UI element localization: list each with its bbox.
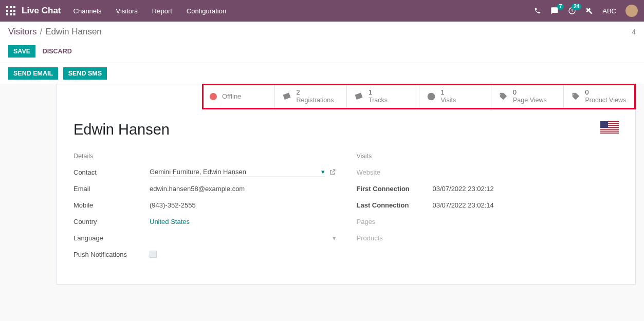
svg-rect-0: [6, 6, 8, 8]
navbar: Live Chat Channels Visitors Report Confi…: [0, 0, 644, 22]
first-connection-label: First Connection: [357, 185, 433, 193]
svg-rect-1: [10, 6, 12, 8]
secondary-actions: Send Email Send SMS: [0, 63, 644, 84]
phone-icon[interactable]: [534, 7, 541, 14]
tag-icon: [499, 92, 508, 101]
contact-input[interactable]: Gemini Furniture, Edwin Hansen ▾: [150, 167, 325, 177]
country-value[interactable]: United States: [150, 218, 336, 225]
svg-rect-18: [600, 121, 608, 128]
record-title: Edwin Hansen: [73, 121, 619, 138]
record-count: 4: [632, 28, 636, 36]
country-label: Country: [73, 218, 150, 225]
primary-actions: Save Discard: [0, 41, 644, 63]
breadcrumb-current: Edwin Hansen: [45, 27, 102, 37]
stat-status[interactable]: Offline: [203, 84, 274, 108]
details-section-label: Details: [73, 153, 336, 160]
main-menu: Channels Visitors Report Configuration: [73, 7, 227, 15]
breadcrumb: Visitors / Edwin Hansen 4: [0, 22, 644, 41]
send-sms-button[interactable]: Send SMS: [63, 67, 107, 80]
dropdown-caret-icon[interactable]: ▾: [321, 168, 325, 176]
menu-visitors[interactable]: Visitors: [116, 7, 137, 15]
user-name[interactable]: ABC: [602, 7, 616, 15]
pages-label: Pages: [357, 218, 433, 225]
visits-section-label: Visits: [357, 153, 619, 160]
breadcrumb-parent[interactable]: Visitors: [8, 27, 36, 37]
svg-rect-3: [6, 10, 8, 12]
discard-button[interactable]: Discard: [38, 45, 77, 58]
details-column: Details Contact Gemini Furniture, Edwin …: [73, 153, 336, 263]
last-connection-value: 03/07/2022 23:02:14: [433, 201, 619, 209]
avatar[interactable]: [625, 5, 638, 17]
language-label: Language: [73, 234, 150, 242]
tag-icon: [571, 92, 580, 101]
save-button[interactable]: Save: [8, 45, 35, 58]
navbar-right: 7 24 ABC: [534, 5, 638, 17]
push-label: Push Notifications: [73, 251, 150, 258]
svg-rect-4: [10, 10, 12, 12]
globe-icon: [427, 92, 436, 101]
menu-channels[interactable]: Channels: [73, 7, 102, 15]
stat-bar: Offline 2Registrations 1Tracks 1Visits 0…: [203, 84, 635, 109]
status-label: Offline: [222, 92, 241, 100]
email-label: Email: [73, 185, 150, 193]
first-connection-value: 03/07/2022 23:02:12: [433, 185, 619, 193]
external-link-icon[interactable]: [329, 168, 336, 176]
svg-rect-5: [13, 10, 15, 12]
email-value: edwin.hansen58@example.com: [150, 185, 336, 193]
send-email-button[interactable]: Send Email: [8, 67, 58, 80]
svg-rect-7: [10, 13, 12, 15]
stat-product-views[interactable]: 0Product Views: [563, 84, 636, 108]
svg-rect-8: [13, 13, 15, 15]
svg-rect-17: [600, 131, 619, 133]
products-label: Products: [357, 234, 433, 242]
stat-tracks[interactable]: 1Tracks: [346, 84, 419, 108]
messages-icon[interactable]: 7: [550, 7, 559, 15]
visits-column: Visits Website First Connection 03/07/20…: [357, 153, 619, 263]
messages-badge: 7: [557, 4, 564, 10]
menu-report[interactable]: Report: [152, 7, 172, 15]
menu-configuration[interactable]: Configuration: [187, 7, 226, 15]
svg-rect-16: [600, 130, 619, 131]
tools-icon[interactable]: [585, 7, 593, 15]
status-dot-icon: [210, 93, 217, 100]
push-checkbox[interactable]: [150, 251, 157, 258]
activity-badge: 24: [572, 4, 581, 10]
contact-label: Contact: [73, 168, 150, 176]
ticket-icon: [282, 92, 291, 101]
app-brand[interactable]: Live Chat: [22, 6, 61, 16]
activity-icon[interactable]: 24: [568, 7, 576, 15]
stat-registrations[interactable]: 2Registrations: [274, 84, 347, 108]
breadcrumb-sep: /: [40, 27, 42, 37]
mobile-label: Mobile: [73, 201, 150, 209]
svg-rect-2: [13, 6, 15, 8]
stat-page-views[interactable]: 0Page Views: [491, 84, 563, 108]
apps-icon[interactable]: [6, 6, 15, 15]
svg-rect-15: [600, 128, 619, 129]
country-flag-icon: [600, 121, 619, 134]
last-connection-label: Last Connection: [357, 201, 433, 209]
svg-rect-6: [6, 13, 8, 15]
dropdown-caret-icon[interactable]: ▾: [333, 234, 336, 242]
website-label: Website: [357, 168, 433, 176]
form-sheet: Offline 2Registrations 1Tracks 1Visits 0…: [57, 84, 636, 285]
stat-visits[interactable]: 1Visits: [419, 84, 491, 108]
ticket-icon: [354, 92, 363, 101]
language-select[interactable]: ▾: [150, 234, 336, 242]
mobile-value: (943)-352-2555: [150, 201, 336, 209]
